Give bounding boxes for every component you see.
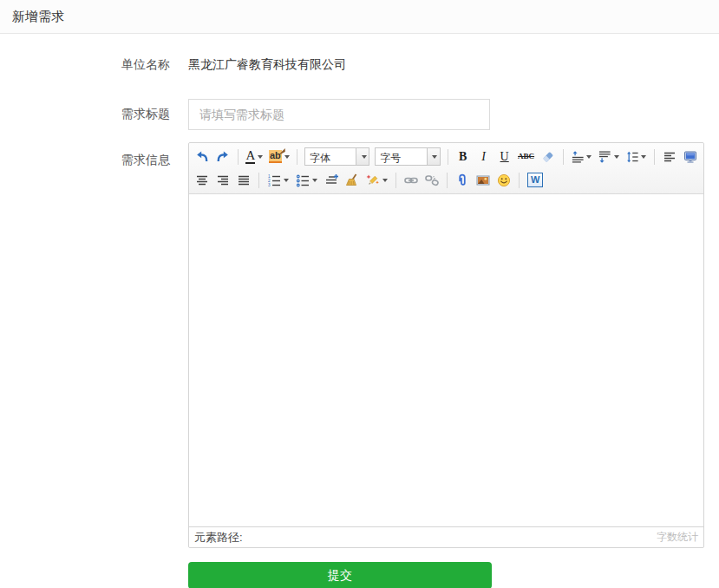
emoticon-button[interactable] [494,171,513,190]
toolbar-separator [519,173,520,188]
insert-image-button[interactable] [474,171,493,190]
align-right-button[interactable] [213,171,232,190]
toolbar-row-2: 123 [192,168,701,192]
unordered-list-button[interactable] [293,171,320,190]
page-title: 新增需求 [12,9,64,25]
toolbar-separator [654,149,655,165]
italic-icon: I [481,151,486,163]
remove-link-button[interactable] [422,171,441,190]
attachment-button[interactable] [453,171,472,190]
toolbar-separator [238,149,239,165]
chevron-down-icon [362,155,367,159]
word-count-label: 字数统计 [657,530,698,545]
toolbar-separator [297,149,297,165]
undo-button[interactable] [193,147,212,167]
requirement-info-label: 需求信息 [0,142,170,548]
background-color-icon: ab [269,150,282,163]
paperclip-icon [455,173,469,187]
align-center-icon [195,173,209,187]
toolbar-separator [258,173,259,188]
element-path-label: 元素路径: [194,530,243,546]
paragraph-space-after-button[interactable] [596,147,622,167]
paragraph-space-before-button[interactable] [569,147,595,167]
space-before-icon [572,150,585,164]
toolbar-separator [395,173,396,188]
image-icon [476,173,490,187]
font-family-select[interactable]: 字体 [304,147,369,166]
font-size-value: 字号 [376,148,426,165]
align-left-icon [663,150,677,164]
bold-button[interactable]: B [454,147,473,167]
preview-button[interactable] [681,147,700,167]
undo-icon [195,150,209,164]
underline-icon: U [500,151,509,163]
align-center-button[interactable] [193,171,212,190]
chevron-down-icon [312,179,317,182]
indent-button[interactable] [322,171,341,190]
align-left-button[interactable] [660,147,679,167]
font-color-button[interactable]: A [244,147,265,167]
editor-content[interactable] [189,194,703,526]
font-size-select[interactable]: 字号 [375,147,440,166]
word-import-button[interactable]: W [525,171,546,190]
ordered-list-button[interactable]: 123 [265,171,291,190]
chevron-down-icon [284,179,289,182]
eraser-icon [541,150,555,164]
line-height-icon [626,150,639,164]
chevron-down-icon [432,155,437,159]
toolbar-separator [447,173,448,188]
new-requirement-form: 单位名称 黑龙江广睿教育科技有限公司 需求标题 需求信息 [0,34,719,588]
editor-statusbar: 元素路径: 字数统计 [189,526,703,547]
submit-row: 提交 [188,562,719,588]
toolbar-row-1: A ab 字体 字号 [192,145,701,168]
broom-icon [345,173,359,187]
toolbar-separator [563,149,564,165]
word-icon: W [527,173,543,186]
ordered-list-icon: 123 [267,173,281,187]
toolbar-separator [448,149,448,165]
line-height-button[interactable] [624,147,650,167]
indent-icon [324,173,338,187]
svg-text:3: 3 [268,183,271,187]
unordered-list-icon [296,173,310,187]
font-family-value: 字体 [305,148,356,165]
form-row-info: 需求信息 [0,142,719,548]
rich-text-editor: A ab 字体 字号 [188,142,704,548]
unlink-icon [425,173,439,187]
link-icon [404,173,418,187]
form-row-title: 需求标题 [0,99,719,130]
chevron-down-icon [382,179,388,182]
background-color-button[interactable]: ab [267,147,291,167]
editor-toolbar: A ab 字体 字号 [189,143,703,194]
space-after-icon [598,150,611,164]
auto-typeset-button[interactable] [363,171,390,190]
underline-button[interactable]: U [495,147,514,167]
align-justify-icon [237,173,251,187]
italic-button[interactable]: I [474,147,493,167]
monitor-icon [683,150,697,164]
align-right-icon [216,173,230,187]
chevron-down-icon [258,155,263,159]
font-color-icon: A [245,149,255,165]
chevron-down-icon [586,155,592,159]
format-brush-button[interactable] [343,171,362,190]
align-justify-button[interactable] [234,171,253,190]
chevron-down-icon [614,155,619,159]
smiley-icon [497,173,511,187]
magic-pencil-icon [366,173,380,187]
requirement-title-input[interactable] [188,99,490,130]
insert-link-button[interactable] [402,171,421,190]
remove-format-button[interactable] [539,147,558,167]
submit-button[interactable]: 提交 [188,562,492,588]
page-header: 新增需求 [0,0,719,34]
requirement-title-label: 需求标题 [0,107,170,122]
chevron-down-icon [641,155,646,159]
bold-icon: B [459,151,467,163]
form-row-unit: 单位名称 黑龙江广睿教育科技有限公司 [0,57,719,73]
unit-name-value: 黑龙江广睿教育科技有限公司 [188,57,346,73]
chevron-down-icon [284,155,290,159]
strikethrough-button[interactable]: ABC [516,147,537,167]
strikethrough-icon: ABC [518,153,534,160]
redo-button[interactable] [213,147,232,167]
unit-name-label: 单位名称 [0,57,170,73]
